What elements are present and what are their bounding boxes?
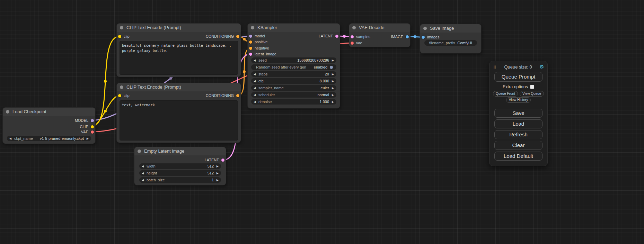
increment-arrow-icon[interactable]: ▶ <box>330 100 334 103</box>
widget-random-seed-toggle[interactable]: Random seed after every gen enabled <box>251 64 336 70</box>
input-slot-clip[interactable]: clip <box>118 34 130 39</box>
decrement-arrow-icon[interactable]: ◀ <box>254 100 257 103</box>
load-button[interactable]: Load <box>494 119 542 128</box>
increment-arrow-icon[interactable]: ▶ <box>330 80 334 83</box>
decrement-arrow-icon[interactable]: ◀ <box>254 59 257 62</box>
slot-dot[interactable] <box>351 35 354 38</box>
slot-dot[interactable] <box>91 119 94 122</box>
queue-front-button[interactable]: Queue Front <box>493 91 518 97</box>
node-vae-decode[interactable]: VAE Decode samples vae IMAGE <box>349 24 410 47</box>
output-slot-latent[interactable]: LATENT <box>319 34 338 38</box>
increment-arrow-icon[interactable]: ▶ <box>330 87 334 90</box>
input-slot-vae[interactable]: vae <box>351 40 362 45</box>
widget-batch-size[interactable]: ◀ batch_size 1 ▶ <box>139 177 221 183</box>
collapse-dot-icon[interactable] <box>6 110 9 114</box>
node-title-bar[interactable]: CLIP Text Encode (Prompt) <box>117 83 241 91</box>
increment-arrow-icon[interactable]: ▶ <box>215 179 219 182</box>
refresh-button[interactable]: Refresh <box>494 130 542 139</box>
widget-denoise[interactable]: ◀ denoise 1.000 ▶ <box>251 99 336 105</box>
prompt-textarea[interactable]: beautiful scenery nature glass bottle la… <box>120 41 238 75</box>
slot-dot[interactable] <box>249 35 252 38</box>
increment-arrow-icon[interactable]: ▶ <box>330 73 334 76</box>
slot-dot[interactable] <box>406 35 409 38</box>
decrement-arrow-icon[interactable]: ◀ <box>9 137 13 140</box>
decrement-arrow-icon[interactable]: ◀ <box>142 179 145 182</box>
input-slot-samples[interactable]: samples <box>351 34 370 39</box>
node-graph-canvas[interactable]: Load Checkpoint MODEL CLIP VAE ◀ ckpt_na… <box>0 0 644 244</box>
slot-dot[interactable] <box>335 35 338 38</box>
node-load-checkpoint[interactable]: Load Checkpoint MODEL CLIP VAE ◀ ckpt_na… <box>3 108 95 144</box>
widget-seed[interactable]: ◀ seed 156680208700286 ▶ <box>251 57 336 63</box>
input-slot-model[interactable]: model <box>249 34 265 38</box>
collapse-dot-icon[interactable] <box>120 26 123 29</box>
node-clip-text-encode-negative[interactable]: CLIP Text Encode (Prompt) clip CONDITION… <box>117 83 241 143</box>
collapse-dot-icon[interactable] <box>423 27 427 30</box>
output-slot-vae[interactable]: VAE <box>81 129 94 134</box>
output-slot-clip[interactable]: CLIP <box>80 124 94 129</box>
decrement-arrow-icon[interactable]: ◀ <box>142 172 145 175</box>
collapse-dot-icon[interactable] <box>120 85 123 89</box>
widget-scheduler[interactable]: ◀ scheduler normal ▶ <box>251 92 336 98</box>
extra-options-checkbox[interactable] <box>530 85 534 89</box>
node-title-bar[interactable]: Save Image <box>420 24 481 33</box>
prompt-textarea[interactable]: text, watermark <box>120 100 238 141</box>
decrement-arrow-icon[interactable]: ◀ <box>254 87 257 90</box>
slot-dot[interactable] <box>249 40 252 44</box>
slot-dot[interactable] <box>351 42 354 45</box>
increment-arrow-icon[interactable]: ▶ <box>85 137 89 140</box>
collapse-dot-icon[interactable] <box>251 26 254 29</box>
slot-dot[interactable] <box>91 125 94 128</box>
widget-cfg[interactable]: ◀ cfg 8.000 ▶ <box>251 78 336 84</box>
output-slot-conditioning[interactable]: CONDITIONING <box>206 93 239 98</box>
output-slot-image[interactable]: IMAGE <box>391 34 409 39</box>
slot-dot[interactable] <box>221 159 224 162</box>
input-slot-images[interactable]: images <box>422 35 439 39</box>
collapse-dot-icon[interactable] <box>352 26 356 29</box>
widget-ckpt-name[interactable]: ◀ ckpt_name v1-5-pruned-emaonly.ckpt ▶ <box>7 136 91 141</box>
slot-dot[interactable] <box>249 47 252 50</box>
input-slot-clip[interactable]: clip <box>118 93 130 98</box>
decrement-arrow-icon[interactable]: ◀ <box>254 80 257 83</box>
queue-prompt-button[interactable]: Queue Prompt <box>494 72 542 82</box>
slot-dot[interactable] <box>236 35 239 38</box>
widget-filename-prefix[interactable]: filename_prefix ComfyUI <box>424 40 477 46</box>
slot-dot[interactable] <box>236 94 239 97</box>
node-title-bar[interactable]: VAE Decode <box>349 24 410 32</box>
output-slot-conditioning[interactable]: CONDITIONING <box>206 34 239 39</box>
node-title-bar[interactable]: Empty Latent Image <box>134 147 226 155</box>
view-history-button[interactable]: View History <box>506 97 531 103</box>
node-title-bar[interactable]: CLIP Text Encode (Prompt) <box>117 24 241 32</box>
input-slot-negative[interactable]: negative <box>249 46 269 51</box>
widget-steps[interactable]: ◀ steps 20 ▶ <box>251 71 336 77</box>
input-slot-positive[interactable]: positive <box>249 39 267 44</box>
widget-width[interactable]: ◀ width 512 ▶ <box>139 163 221 169</box>
decrement-arrow-icon[interactable]: ◀ <box>142 165 145 168</box>
decrement-arrow-icon[interactable]: ◀ <box>254 93 257 97</box>
collapse-dot-icon[interactable] <box>138 150 141 153</box>
slot-dot[interactable] <box>249 53 252 56</box>
clear-button[interactable]: Clear <box>494 141 542 150</box>
slot-dot[interactable] <box>118 35 121 38</box>
increment-arrow-icon[interactable]: ▶ <box>330 93 334 97</box>
node-clip-text-encode-positive[interactable]: CLIP Text Encode (Prompt) clip CONDITION… <box>117 24 241 77</box>
view-queue-button[interactable]: View Queue <box>520 91 544 97</box>
node-ksampler[interactable]: KSampler model positive negative latent_… <box>248 24 340 108</box>
input-slot-latent-image[interactable]: latent_image <box>249 52 276 56</box>
slot-dot[interactable] <box>91 130 94 134</box>
increment-arrow-icon[interactable]: ▶ <box>215 165 219 168</box>
output-slot-latent[interactable]: LATENT <box>205 157 224 162</box>
slot-dot[interactable] <box>422 36 425 39</box>
drag-handle-icon[interactable]: ⣿ <box>492 64 498 69</box>
settings-gear-icon[interactable]: ⚙ <box>538 64 545 70</box>
output-slot-model[interactable]: MODEL <box>75 118 94 123</box>
widget-height[interactable]: ◀ height 512 ▶ <box>139 170 221 176</box>
slot-dot[interactable] <box>118 94 121 97</box>
node-save-image[interactable]: Save Image images filename_prefix ComfyU… <box>420 24 481 53</box>
node-title-bar[interactable]: Load Checkpoint <box>3 108 95 116</box>
widget-sampler-name[interactable]: ◀ sampler_name euler ▶ <box>251 85 336 91</box>
increment-arrow-icon[interactable]: ▶ <box>215 172 219 175</box>
load-default-button[interactable]: Load Default <box>494 152 542 161</box>
toggle-dot-icon[interactable] <box>330 66 333 69</box>
save-button[interactable]: Save <box>494 109 542 118</box>
increment-arrow-icon[interactable]: ▶ <box>330 59 334 62</box>
